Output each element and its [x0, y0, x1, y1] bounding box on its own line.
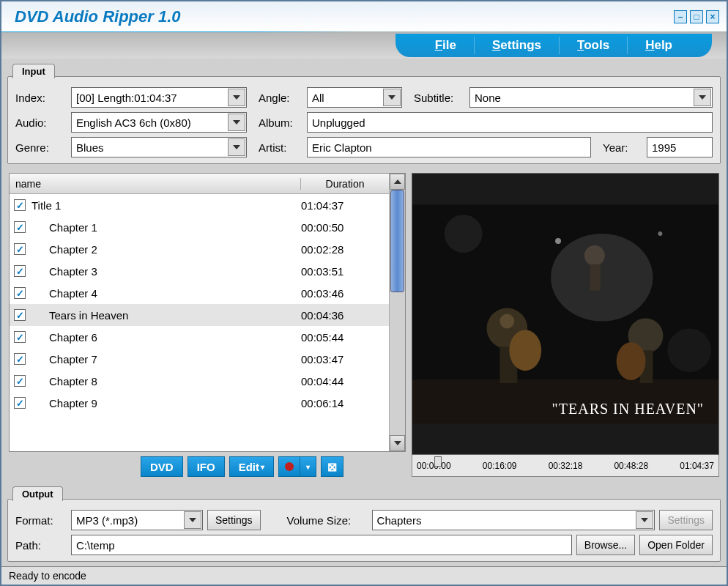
- titlebar: DVD Audio Ripper 1.0 – □ ×: [1, 1, 727, 32]
- chevron-down-icon[interactable]: [694, 89, 711, 106]
- row-duration: 01:04:37: [301, 199, 389, 212]
- ifo-button[interactable]: IFO: [187, 456, 225, 477]
- index-combo[interactable]: [00] Length:01:04:37: [71, 87, 247, 108]
- browse-button[interactable]: Browse...: [576, 535, 635, 555]
- menubar: File Settings Tools Help: [1, 32, 727, 59]
- menu-settings[interactable]: Settings: [474, 37, 559, 54]
- chevron-down-icon[interactable]: [383, 89, 401, 106]
- checkbox[interactable]: ✓: [14, 309, 26, 321]
- table-row[interactable]: ✓Chapter 300:03:51: [10, 260, 389, 282]
- open-folder-button[interactable]: Open Folder: [639, 535, 713, 555]
- row-duration: 00:04:36: [301, 309, 389, 322]
- table-row[interactable]: ✓Tears in Heaven00:04:36: [10, 304, 389, 326]
- checkbox[interactable]: ✓: [14, 375, 26, 387]
- chevron-down-icon[interactable]: [636, 511, 653, 529]
- minimize-button[interactable]: –: [674, 10, 687, 23]
- chevron-down-icon[interactable]: [228, 138, 245, 156]
- table-row[interactable]: ✓Title 101:04:37: [10, 194, 389, 216]
- menu-help[interactable]: Help: [627, 37, 690, 54]
- row-duration: 00:03:46: [301, 287, 389, 300]
- col-name[interactable]: name: [10, 178, 301, 190]
- path-input[interactable]: C:\temp: [71, 535, 572, 555]
- table-row[interactable]: ✓Chapter 100:00:50: [10, 216, 389, 238]
- scrollbar[interactable]: [389, 174, 405, 451]
- checkbox[interactable]: ✓: [14, 397, 26, 409]
- table-row[interactable]: ✓Chapter 700:03:47: [10, 348, 389, 370]
- row-duration: 00:06:14: [301, 397, 389, 409]
- artist-input[interactable]: Eric Clapton: [307, 137, 591, 157]
- row-name: Chapter 8: [31, 375, 301, 387]
- table-row[interactable]: ✓Chapter 400:03:46: [10, 282, 389, 304]
- checkbox[interactable]: ✓: [14, 265, 26, 277]
- middle-section: name Duration ✓Title 101:04:37✓Chapter 1…: [7, 168, 721, 481]
- timeline[interactable]: 00:00:0000:16:0900:32:1800:48:2801:04:37: [412, 455, 719, 477]
- checkbox[interactable]: ✓: [14, 199, 26, 211]
- dvd-button[interactable]: DVD: [141, 456, 183, 477]
- svg-point-14: [555, 238, 561, 244]
- checkbox[interactable]: ✓: [14, 243, 26, 255]
- window-controls: – □ ×: [674, 10, 719, 23]
- record-button[interactable]: [278, 456, 300, 477]
- menu-tools[interactable]: Tools: [559, 37, 627, 54]
- row-duration: 00:03:51: [301, 265, 389, 278]
- col-duration[interactable]: Duration: [301, 178, 389, 190]
- volume-settings-button[interactable]: Settings: [659, 510, 713, 530]
- scroll-thumb[interactable]: [390, 190, 404, 292]
- chevron-down-icon[interactable]: [228, 114, 245, 131]
- scroll-track[interactable]: [390, 190, 405, 435]
- menu-file[interactable]: File: [417, 37, 474, 54]
- video-preview[interactable]: "TEARS IN HEAVEN": [412, 173, 719, 455]
- genre-combo[interactable]: Blues: [71, 137, 247, 157]
- angle-label: Angle:: [259, 92, 302, 104]
- timeline-tick: 00:32:18: [549, 461, 583, 471]
- scroll-down-button[interactable]: [390, 435, 405, 451]
- row-duration: 00:05:44: [301, 331, 389, 344]
- format-combo[interactable]: MP3 (*.mp3): [71, 510, 203, 530]
- chevron-down-icon[interactable]: [184, 511, 201, 529]
- record-dropdown[interactable]: ▾: [300, 456, 316, 477]
- timeline-tick: 00:48:28: [614, 461, 648, 471]
- format-label: Format:: [15, 514, 67, 527]
- audio-combo[interactable]: English AC3 6ch (0x80): [71, 112, 247, 133]
- checkbox[interactable]: ✓: [14, 353, 26, 365]
- edit-button[interactable]: Edit▾: [229, 456, 274, 477]
- chevron-down-icon[interactable]: [228, 89, 245, 106]
- list-header: name Duration: [10, 174, 389, 194]
- app-title: DVD Audio Ripper 1.0: [9, 7, 181, 26]
- row-duration: 00:02:28: [301, 243, 389, 256]
- table-row[interactable]: ✓Chapter 200:02:28: [10, 238, 389, 260]
- scroll-up-button[interactable]: [390, 174, 405, 190]
- row-duration: 00:00:50: [301, 221, 389, 234]
- close-button[interactable]: ×: [706, 10, 719, 23]
- row-name: Chapter 7: [31, 353, 301, 366]
- year-label: Year:: [603, 141, 642, 154]
- checkbox[interactable]: ✓: [14, 331, 26, 343]
- format-settings-button[interactable]: Settings: [207, 510, 261, 530]
- svg-point-5: [499, 314, 514, 329]
- album-input[interactable]: Unplugged: [307, 112, 713, 133]
- x-icon: ⊠: [327, 460, 337, 474]
- checkbox[interactable]: ✓: [14, 221, 26, 233]
- subtitle-combo[interactable]: None: [469, 87, 713, 108]
- checkbox[interactable]: ✓: [14, 287, 26, 299]
- stop-button[interactable]: ⊠: [321, 456, 343, 477]
- timeline-handle[interactable]: [434, 456, 442, 467]
- angle-combo[interactable]: All: [307, 87, 402, 108]
- status-bar: Ready to encode: [1, 566, 727, 585]
- maximize-button[interactable]: □: [690, 10, 703, 23]
- preview-caption: "TEARS IN HEAVEN": [552, 401, 704, 418]
- input-tab: Input: [12, 64, 55, 78]
- record-icon: [285, 462, 294, 471]
- table-row[interactable]: ✓Chapter 600:05:44: [10, 326, 389, 348]
- row-name: Chapter 6: [31, 331, 301, 344]
- svg-rect-11: [590, 264, 601, 291]
- volume-combo[interactable]: Chapters: [372, 510, 655, 530]
- row-name: Chapter 4: [31, 287, 301, 300]
- table-row[interactable]: ✓Chapter 900:06:14: [10, 392, 389, 414]
- svg-point-10: [584, 245, 605, 266]
- row-name: Chapter 2: [31, 243, 301, 256]
- content: Input Index: [00] Length:01:04:37 Angle:…: [1, 59, 727, 566]
- table-row[interactable]: ✓Chapter 800:04:44: [10, 370, 389, 392]
- path-label: Path:: [15, 539, 67, 552]
- year-input[interactable]: 1995: [647, 137, 713, 157]
